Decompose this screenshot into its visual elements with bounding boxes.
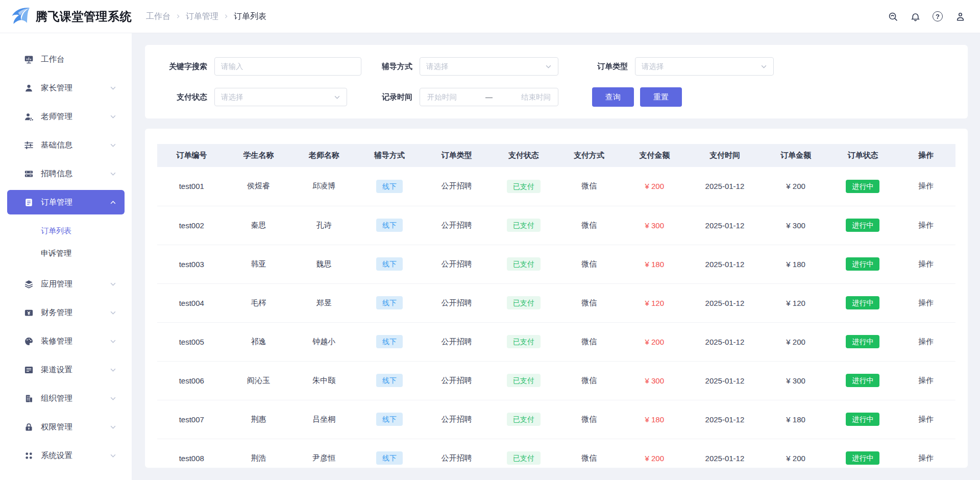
app-logo-icon: [9, 7, 31, 26]
row-action-link[interactable]: 操作: [918, 376, 934, 385]
sidebar-item-label: 家长管理: [41, 83, 110, 93]
pay-status-badge: 已支付: [507, 451, 541, 465]
chevron-down-icon: [110, 171, 116, 177]
palette-icon: [24, 337, 34, 346]
sidebar-item-label: 装修管理: [41, 336, 110, 347]
cell-pay-method: 微信: [581, 453, 597, 462]
chevron-down-icon: [110, 281, 116, 287]
chevron-down-icon: [110, 338, 116, 345]
cell-order-type: 公开招聘: [441, 337, 472, 346]
grid-icon: [24, 451, 34, 461]
cell-pay-method: 微信: [581, 259, 597, 268]
sidebar-item-permission-management[interactable]: 权限管理: [7, 415, 125, 439]
lock-icon: [24, 422, 34, 432]
row-action-link[interactable]: 操作: [918, 221, 934, 229]
cell-order-type: 公开招聘: [441, 453, 472, 462]
sidebar-item-app-management[interactable]: 应用管理: [7, 272, 125, 296]
chevron-down-icon: [110, 309, 116, 316]
col-tutor-mode: 辅导方式: [357, 144, 422, 167]
layers-icon: [24, 279, 34, 289]
cell-pay-time: 2025-01-12: [705, 338, 745, 346]
row-action-link[interactable]: 操作: [918, 415, 934, 423]
parent-icon: [24, 83, 34, 93]
cell-teacher: 吕坐桐: [312, 415, 335, 423]
order-status-badge: 进行中: [846, 413, 879, 426]
row-action-link[interactable]: 操作: [918, 298, 934, 307]
sidebar-item-basic-info[interactable]: 基础信息: [7, 133, 125, 157]
search-icon[interactable]: [887, 11, 898, 22]
sidebar-subitem-order-list[interactable]: 订单列表: [0, 220, 132, 242]
sidebar-item-decoration-management[interactable]: 装修管理: [7, 329, 125, 353]
cell-order-type: 公开招聘: [441, 221, 472, 229]
table-body: test001 侯煜睿 邱凌博 线下 公开招聘 已支付 微信 ¥ 200 202…: [157, 167, 955, 468]
reset-button[interactable]: 重置: [640, 87, 682, 107]
order-status-badge: 进行中: [846, 335, 879, 348]
breadcrumb-order-management[interactable]: 订单管理: [186, 11, 218, 22]
cell-student: 侯煜睿: [247, 181, 270, 190]
row-action-link[interactable]: 操作: [918, 453, 934, 462]
pay-status-badge: 已支付: [507, 219, 541, 232]
sidebar-subitem-appeal-management[interactable]: 申诉管理: [0, 242, 132, 265]
sidebar-item-finance-management[interactable]: 财务管理: [7, 300, 125, 325]
sidebar-item-recruit-info[interactable]: 招聘信息: [7, 161, 125, 186]
cell-order-no: test005: [179, 338, 204, 346]
sidebar-item-label: 财务管理: [41, 307, 110, 318]
chevron-right-icon: [224, 14, 229, 19]
cell-order-no: test004: [179, 299, 204, 307]
cell-pay-time: 2025-01-12: [705, 260, 745, 269]
breadcrumb-workbench[interactable]: 工作台: [146, 11, 170, 22]
range-separator: —: [457, 93, 521, 101]
sidebar-item-parent-management[interactable]: 家长管理: [7, 76, 125, 100]
sidebar-item-label: 基础信息: [41, 140, 110, 151]
cell-student: 荆惠: [251, 415, 266, 423]
channel-icon: [24, 365, 34, 375]
row-action-link[interactable]: 操作: [918, 337, 934, 346]
cell-pay-method: 微信: [581, 221, 597, 229]
tutor-mode-badge: 线下: [376, 180, 403, 193]
cell-pay-amount: ¥ 200: [645, 338, 665, 346]
cell-pay-time: 2025-01-12: [705, 182, 745, 190]
chevron-right-icon: [176, 14, 181, 19]
pay-status-badge: 已支付: [507, 374, 541, 387]
order-status-badge: 进行中: [846, 219, 879, 232]
app-title: 腾飞课堂管理系统: [36, 9, 132, 25]
order-type-select[interactable]: 请选择: [635, 57, 774, 76]
breadcrumb: 工作台 订单管理 订单列表: [146, 11, 266, 22]
cell-teacher: 朱中颐: [312, 376, 335, 385]
sidebar-item-teacher-management[interactable]: 老师管理: [7, 104, 125, 129]
table-row: test001 侯煜睿 邱凌博 线下 公开招聘 已支付 微信 ¥ 200 202…: [157, 167, 955, 206]
sidebar-item-label: 系统设置: [41, 450, 110, 461]
keyword-label: 关键字搜索: [161, 62, 207, 71]
sidebar-item-channel-settings[interactable]: 渠道设置: [7, 357, 125, 382]
order-table-panel: 订单编号 学生名称 老师名称 辅导方式 订单类型 支付状态 支付方式 支付金额 …: [145, 129, 968, 468]
col-pay-method: 支付方式: [556, 144, 622, 167]
sidebar-item-organization-management[interactable]: 组织管理: [7, 386, 125, 411]
row-action-link[interactable]: 操作: [918, 259, 934, 268]
table-row: test005 祁逸 钟越小 线下 公开招聘 已支付 微信 ¥ 200 2025…: [157, 322, 955, 361]
logo: 腾飞课堂管理系统: [0, 7, 137, 26]
cell-pay-method: 微信: [581, 376, 597, 385]
cell-pay-time: 2025-01-12: [705, 299, 745, 307]
cell-order-type: 公开招聘: [441, 415, 472, 423]
user-icon[interactable]: [954, 11, 966, 22]
order-status-badge: 进行中: [846, 296, 879, 309]
pay-status-label: 支付状态: [161, 92, 207, 102]
sidebar-item-workbench[interactable]: 工作台: [7, 47, 125, 71]
pay-status-select[interactable]: 请选择: [214, 88, 347, 106]
sidebar-item-label: 组织管理: [41, 393, 110, 404]
cell-pay-amount: ¥ 180: [645, 260, 665, 269]
bell-icon[interactable]: [910, 11, 921, 22]
table-row: test008 荆浩 尹彦恒 线下 公开招聘 已支付 微信 ¥ 200 2025…: [157, 439, 955, 468]
cell-order-no: test002: [179, 221, 204, 230]
keyword-input[interactable]: [214, 57, 361, 76]
sidebar-item-order-management[interactable]: 订单管理: [7, 190, 125, 214]
record-time-range-picker[interactable]: 开始时间 — 结束时间: [420, 88, 558, 106]
sidebar-item-system-settings[interactable]: 系统设置: [7, 443, 125, 468]
search-button[interactable]: 查询: [592, 87, 634, 107]
tutor-mode-select[interactable]: 请选择: [420, 57, 558, 76]
cell-pay-amount: ¥ 200: [645, 454, 665, 463]
row-action-link[interactable]: 操作: [918, 181, 934, 190]
help-icon[interactable]: ?: [932, 11, 943, 22]
tutor-mode-badge: 线下: [376, 335, 403, 348]
col-pay-status: 支付状态: [491, 144, 556, 167]
